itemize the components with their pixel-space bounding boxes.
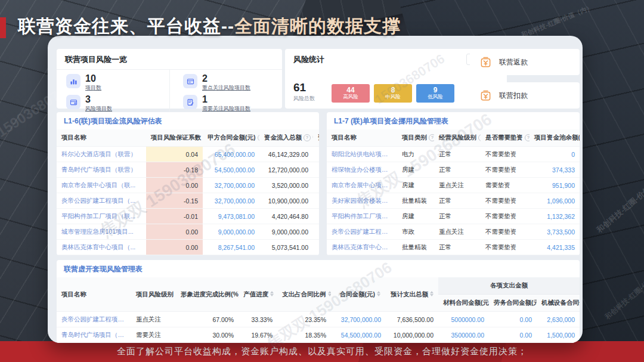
help-icon[interactable] (429, 134, 434, 141)
project-name-link[interactable]: 美好家园宿舍楼装修项目... (57, 255, 146, 256)
column-header[interactable]: 支出占合同比例 (277, 277, 331, 312)
project-name-link[interactable]: 奥林匹克体育中心项目（... (327, 240, 397, 255)
cell: -0.01 (146, 209, 203, 224)
cell[interactable]: 2,630,000 (537, 312, 580, 327)
table-row: 青岛时代广场项目（联营）需要关注30.00%19.67%18.35%54,500… (57, 327, 580, 343)
column-header[interactable]: 资金流出总额 (313, 129, 319, 147)
column-header[interactable]: 材料合同金额(元) (438, 295, 489, 312)
cell[interactable]: 32,700,000.00 (331, 312, 386, 327)
cell[interactable]: 54,500,000.00 (331, 327, 386, 343)
project-name-link[interactable]: 炎帝公园扩建工程项目（... (327, 224, 397, 240)
sort-icon[interactable] (377, 291, 381, 296)
sort-icon[interactable] (312, 134, 313, 140)
cell: -0.15 (146, 193, 203, 209)
project-name-link[interactable]: 南京市会展中心项目（联... (57, 178, 146, 193)
cell: 重点关注 (131, 312, 176, 327)
project-name-link[interactable]: 科尔沁大酒店项目（联营） (57, 147, 146, 162)
risk-level-box[interactable]: 44高风险 (332, 84, 370, 103)
cell: 房建 (397, 209, 434, 224)
stat-item: 10 项目数 (57, 70, 169, 91)
cell[interactable]: 4,421,335 (530, 240, 580, 255)
cell[interactable]: 54,500,000.00 (203, 162, 259, 178)
column-header[interactable]: 资金流入总额 (259, 129, 313, 147)
cell[interactable]: 65,400,000.00 (203, 147, 259, 162)
cell: 市政 (397, 224, 434, 240)
project-name-link[interactable]: 南京市会展中心项目（联... (327, 178, 397, 193)
sort-icon[interactable] (430, 291, 434, 296)
table1-title: L1-6(联)项目现金流风险评估表 (57, 112, 319, 129)
help-icon[interactable] (525, 134, 530, 141)
page-title-highlight: 全面清晰的数据支撑 (234, 16, 401, 36)
risk-box-label: 高风险 (332, 94, 370, 100)
cell[interactable]: 374,333 (530, 162, 580, 178)
project-name-link[interactable]: 炎帝公园扩建工程项目（... (57, 193, 146, 209)
cell[interactable]: 9,473,081.00 (203, 209, 259, 224)
help-icon[interactable] (304, 134, 311, 141)
cell[interactable]: 951,900 (530, 178, 580, 193)
cell: 19.67% (239, 327, 277, 343)
project-name-link[interactable]: 美好家园宿舍楼装修项目... (327, 193, 397, 209)
risk-level-box[interactable]: 9低风险 (416, 84, 454, 103)
project-name-link[interactable]: 嘉禾家园地下车库通风项... (327, 255, 397, 256)
cell[interactable]: 32,700,000.00 (203, 193, 259, 209)
cell[interactable]: 0 (530, 147, 580, 162)
cell[interactable]: 5,425,000 (530, 255, 580, 256)
table-row: 朝阳北站供电站项目（联...电力正常不需要垫资0 (327, 147, 580, 162)
cell[interactable]: 1,132,362 (530, 209, 580, 224)
cell[interactable]: 3500000.00 (438, 327, 489, 343)
action-lianying-koukuan[interactable]: 联营扣款 (470, 82, 580, 109)
cell[interactable]: 0.00 (489, 327, 537, 343)
cell: -0.18 (146, 162, 203, 178)
cell[interactable]: 0.00 (489, 312, 537, 327)
cell[interactable]: 9,473,081.00 (331, 343, 386, 344)
cell[interactable]: 1,500,000 (537, 327, 580, 343)
cell: 33.33% (239, 312, 277, 327)
table-row: 美好家园宿舍楼装修项目...0.008,163,555.001,800,000.… (57, 255, 319, 256)
project-name-link[interactable]: 平阳构件加工厂项目（联营） (57, 343, 131, 344)
cell[interactable]: 8,267,541.00 (203, 240, 259, 255)
action-lianying-fankuan[interactable]: 联营返款 (470, 49, 580, 75)
sort-icon[interactable] (270, 291, 274, 296)
project-name-link[interactable]: 朝阳北站供电站项目（联... (327, 147, 397, 162)
cell[interactable]: 8,163,555.00 (203, 255, 259, 256)
cell[interactable]: 3,733,500 (530, 224, 580, 240)
cell[interactable]: 800782.00 (489, 343, 537, 344)
risk-level-boxes: 44高风险8中风险9低风险 (332, 84, 454, 103)
project-name-link[interactable]: 平阳构件加工厂项目（联... (327, 209, 397, 224)
column-header: 项目类别 (397, 129, 434, 147)
column-header[interactable]: 预计支出总额 (386, 277, 438, 312)
table-row: 南京市会展中心项目（联...0.0032,700,000.003,520,000… (57, 178, 319, 193)
cell: 0.00 (146, 178, 203, 193)
cell[interactable]: 5000000.00 (438, 312, 489, 327)
cell[interactable]: 4000000.00 (438, 343, 489, 344)
help-icon[interactable] (478, 134, 481, 141)
cell: 23.35% (277, 312, 331, 327)
cell[interactable]: 32,700,000.00 (203, 178, 259, 193)
project-name-link[interactable]: 炎帝公园扩建工程项目（联... (57, 312, 131, 327)
help-icon[interactable] (258, 134, 260, 141)
project-name-link[interactable]: 楷琛物业办公楼项目（联... (327, 162, 397, 178)
project-name-link[interactable]: 青岛时代广场项目（联营） (57, 327, 131, 343)
column-header[interactable]: 产值进度 (239, 277, 277, 312)
cell[interactable]: 1,096,000 (530, 193, 580, 209)
column-header[interactable]: 项目风险保证系数 (146, 129, 203, 147)
table-row: 科尔沁大酒店项目（联营）0.0465,400,000.0046,142,329.… (57, 147, 319, 162)
column-header[interactable]: 合同金额(元) (331, 277, 386, 312)
cell[interactable]: 9,000,000.00 (203, 224, 259, 240)
stat-value: 1 (202, 95, 250, 104)
risk-level-box[interactable]: 8中风险 (374, 84, 412, 103)
risk-box-value: 9 (416, 86, 454, 94)
project-name-link[interactable]: 奥林匹克体育中心项目（... (57, 240, 146, 255)
column-header[interactable]: 劳务合同金额(元) (489, 295, 537, 312)
cell: 正常 (434, 162, 481, 178)
cell: 866 (313, 255, 319, 256)
project-name-link[interactable]: 平阳构件加工厂项目（联... (57, 209, 146, 224)
cell: 67.00% (176, 312, 239, 327)
project-name-link[interactable]: 城市管理应急房101项目... (57, 224, 146, 240)
cashflow-risk-table: 项目名称项目风险保证系数甲方合同金额(元)资金流入总额资金流出总额科尔沁大酒店项… (57, 129, 319, 255)
sort-icon[interactable] (328, 291, 332, 296)
cell: 10,900,000.00 (259, 193, 313, 209)
project-name-link[interactable]: 青岛时代广场项目（联营） (57, 162, 146, 178)
table-row: 城市管理应急房101项目...0.009,000,000.009,000,000… (57, 224, 319, 240)
column-header[interactable]: 甲方合同金额(元) (203, 129, 259, 147)
